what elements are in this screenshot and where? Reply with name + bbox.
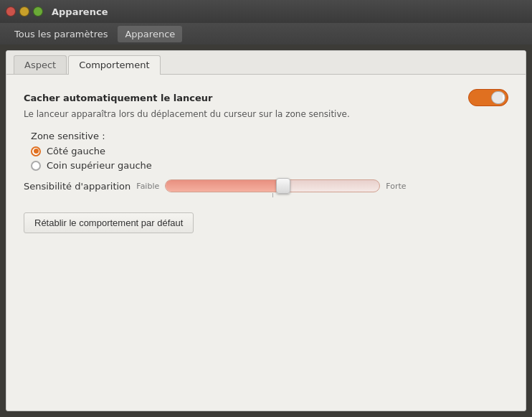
tab-aspect[interactable]: Aspect <box>14 55 67 74</box>
menu-tous-parametres[interactable]: Tous les paramètres <box>7 26 115 42</box>
radio-coin-superieur-label: Coin supérieur gauche <box>47 160 152 171</box>
main-panel: Aspect Comportement Cacher automatiqueme… <box>6 50 526 411</box>
sensitivity-slider[interactable] <box>165 179 380 192</box>
autohide-section-header: Cacher automatiquement le lanceur I <box>24 89 508 106</box>
slider-label: Sensibilité d'apparition <box>24 181 130 192</box>
radio-coin-superieur-btn[interactable] <box>31 161 41 171</box>
slider-min-label: Faible <box>136 182 159 191</box>
slider-tick <box>272 193 273 197</box>
radio-coin-superieur[interactable]: Coin supérieur gauche <box>31 160 508 171</box>
radio-cote-gauche-btn[interactable] <box>31 146 41 156</box>
reset-button[interactable]: Rétablir le comportement par défaut <box>24 212 194 233</box>
toggle-on-label: I <box>502 94 505 102</box>
autohide-title: Cacher automatiquement le lanceur <box>24 93 212 103</box>
menu-apparence[interactable]: Apparence <box>118 26 182 42</box>
comportement-panel: Cacher automatiquement le lanceur I Le l… <box>6 75 526 411</box>
window-title: Apparence <box>52 6 108 17</box>
slider-fill <box>166 180 283 192</box>
close-button[interactable] <box>6 6 16 17</box>
maximize-button[interactable] <box>33 6 43 17</box>
slider-max-label: Forte <box>386 182 406 191</box>
radio-cote-gauche[interactable]: Côté gauche <box>31 146 508 156</box>
titlebar-buttons <box>6 6 43 17</box>
minimize-button[interactable] <box>19 6 29 17</box>
slider-thumb[interactable] <box>276 178 290 194</box>
tab-comportement[interactable]: Comportement <box>68 55 160 75</box>
autohide-desc: Le lanceur apparaîtra lors du déplacemen… <box>24 109 508 119</box>
autohide-toggle[interactable]: I <box>468 89 508 106</box>
menubar: Tous les paramètres Apparence <box>0 23 532 44</box>
radio-cote-gauche-label: Côté gauche <box>47 146 105 156</box>
tab-bar: Aspect Comportement <box>6 51 526 75</box>
zone-label: Zone sensitive : <box>31 131 508 141</box>
zone-sensitive-group: Zone sensitive : Côté gauche Coin supéri… <box>31 131 508 171</box>
titlebar: Apparence <box>0 0 532 23</box>
sensitivity-slider-row: Sensibilité d'apparition Faible Forte <box>24 179 508 192</box>
